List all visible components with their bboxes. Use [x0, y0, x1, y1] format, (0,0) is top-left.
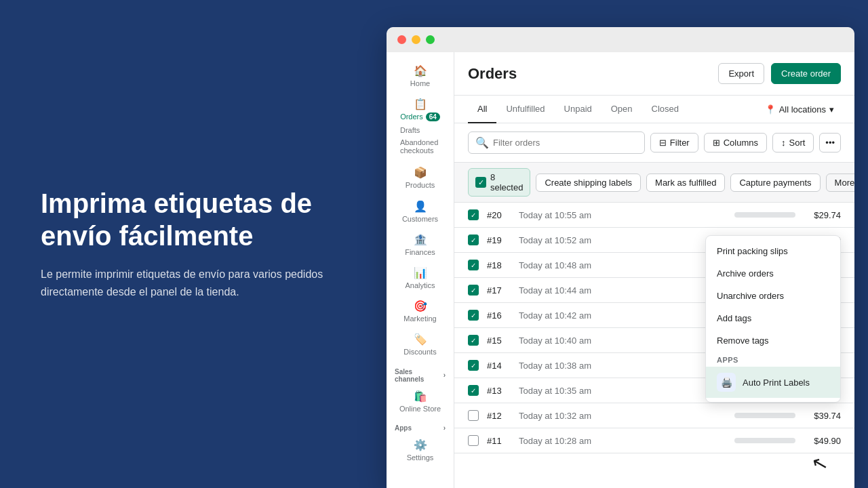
order-checkbox-15[interactable]: [468, 335, 479, 346]
sidebar-sub-abandoned[interactable]: Abandoned checkouts: [395, 136, 451, 157]
sort-label: Sort: [789, 138, 806, 148]
order-time: Today at 10:48 am: [519, 260, 726, 270]
order-checkbox-20[interactable]: [468, 209, 479, 220]
order-number: #13: [487, 386, 511, 396]
tab-unfulfilled[interactable]: Unfulfilled: [496, 96, 554, 123]
tab-all[interactable]: All: [468, 96, 496, 123]
tab-closed[interactable]: Closed: [642, 96, 688, 123]
order-fulfillment-bar: [734, 438, 795, 443]
filter-button[interactable]: ⊟ Filter: [650, 133, 698, 152]
order-number: #11: [487, 436, 511, 446]
more-filters-button[interactable]: •••: [819, 133, 841, 152]
order-checkbox-12[interactable]: [468, 410, 479, 421]
dropdown-item-archive[interactable]: Archive orders: [706, 262, 840, 285]
order-time: Today at 10:28 am: [519, 436, 726, 446]
bulk-checkbox[interactable]: [475, 177, 486, 188]
sidebar-label-settings: Settings: [407, 453, 434, 462]
sidebar-item-marketing[interactable]: 🎯 Marketing: [387, 296, 454, 329]
finances-icon: 🏦: [414, 235, 427, 245]
columns-icon: ⊞: [713, 138, 720, 148]
more-actions-label: More actions: [835, 178, 854, 188]
sidebar-item-finances[interactable]: 🏦 Finances: [387, 229, 454, 262]
capture-payments-button[interactable]: Capture payments: [730, 174, 820, 192]
sidebar-label-home: Home: [410, 79, 430, 88]
main-inner: #20 Today at 10:55 am $29.74 #19 Today a…: [454, 203, 854, 488]
home-icon: 🏠: [414, 66, 427, 77]
order-checkbox-13[interactable]: [468, 385, 479, 396]
order-checkbox-14[interactable]: [468, 360, 479, 371]
page-title: Orders: [468, 65, 517, 83]
mark-fulfilled-button[interactable]: Mark as fulfilled: [646, 174, 725, 192]
sidebar-item-online-store[interactable]: 🛍️ Online Store: [387, 386, 454, 419]
filter-row: 🔍 ⊟ Filter ⊞ Columns ↕ Sort •••: [454, 123, 854, 163]
dropdown-apps-section-label: APPS: [706, 352, 840, 367]
dropdown-item-print-packing[interactable]: Print packing slips: [706, 240, 840, 262]
create-order-button[interactable]: Create order: [771, 63, 841, 84]
dropdown-item-auto-print-labels[interactable]: 🖨️ Auto Print Labels: [706, 367, 840, 398]
dropdown-item-add-tags[interactable]: Add tags: [706, 307, 840, 329]
table-row[interactable]: #20 Today at 10:55 am $29.74: [454, 203, 854, 228]
apps-label: Apps: [395, 424, 412, 432]
order-time: Today at 10:35 am: [519, 386, 726, 396]
more-actions-button[interactable]: More actions ▾: [826, 174, 854, 192]
order-checkbox-17[interactable]: [468, 285, 479, 296]
search-box[interactable]: 🔍: [468, 131, 645, 154]
table-row[interactable]: #12 Today at 10:32 am $39.74: [454, 403, 854, 428]
order-number: #17: [487, 285, 511, 296]
tab-unpaid[interactable]: Unpaid: [555, 96, 601, 123]
table-row[interactable]: #11 Today at 10:28 am $49.90: [454, 428, 854, 453]
order-amount: $39.74: [804, 411, 841, 421]
chevron-right-icon: ›: [443, 371, 446, 379]
online-store-icon: 🛍️: [414, 391, 427, 402]
sort-button[interactable]: ↕ Sort: [772, 133, 814, 152]
sales-channels-label: Sales channels: [395, 368, 443, 383]
export-button[interactable]: Export: [718, 63, 764, 84]
main-content: Orders Export Create order All Unfulfill…: [454, 52, 854, 488]
settings-icon: ⚙️: [414, 440, 427, 451]
order-checkbox-16[interactable]: [468, 310, 479, 321]
order-number: #18: [487, 260, 511, 270]
order-amount: $29.74: [804, 210, 841, 220]
sidebar-item-customers[interactable]: 👤 Customers: [387, 196, 454, 229]
sidebar-label-analytics: Analytics: [405, 281, 435, 290]
sidebar-item-settings[interactable]: ⚙️ Settings: [387, 434, 454, 468]
sidebar-item-products[interactable]: 📦 Products: [387, 162, 454, 195]
order-number: #20: [487, 210, 511, 220]
more-actions-dropdown: Print packing slips Archive orders Unarc…: [705, 235, 841, 403]
order-fulfillment-bar: [734, 413, 795, 418]
order-checkbox-19[interactable]: [468, 235, 479, 245]
search-input[interactable]: [493, 138, 637, 148]
selection-bar: 8 selected Create shipping labels Mark a…: [454, 163, 854, 203]
sidebar-label-marketing: Marketing: [403, 314, 436, 323]
maximize-button[interactable]: [426, 35, 435, 44]
sales-channels-section[interactable]: Sales channels ›: [387, 363, 454, 386]
tab-open[interactable]: Open: [601, 96, 642, 123]
sidebar-item-orders[interactable]: 📋 Orders 64 Drafts Abandoned checkouts: [387, 94, 454, 162]
orders-badge: 64: [426, 113, 440, 121]
order-checkbox-18[interactable]: [468, 260, 479, 270]
apps-section[interactable]: Apps ›: [387, 419, 454, 434]
close-button[interactable]: [397, 35, 406, 44]
create-shipping-labels-button[interactable]: Create shipping labels: [536, 174, 641, 192]
order-number: #15: [487, 336, 511, 346]
order-time: Today at 10:44 am: [519, 285, 726, 296]
sidebar-item-analytics[interactable]: 📊 Analytics: [387, 262, 454, 296]
sidebar-item-home[interactable]: 🏠 Home: [387, 60, 454, 94]
minimize-button[interactable]: [412, 35, 420, 44]
sidebar-item-discounts[interactable]: 🏷️ Discounts: [387, 329, 454, 362]
hero-heading: Imprima etiquetas de envío fácilmente: [41, 187, 346, 252]
sidebar: 🏠 Home 📋 Orders 64 Drafts Abandoned chec…: [387, 52, 454, 488]
left-panel: Imprima etiquetas de envío fácilmente Le…: [0, 0, 387, 488]
sidebar-label-products: Products: [406, 181, 435, 190]
location-filter-button[interactable]: 📍 All locations ▾: [758, 100, 841, 119]
dropdown-item-unarchive[interactable]: Unarchive orders: [706, 285, 840, 307]
dropdown-item-remove-tags[interactable]: Remove tags: [706, 329, 840, 352]
order-time: Today at 10:42 am: [519, 310, 726, 321]
columns-button[interactable]: ⊞ Columns: [704, 133, 767, 152]
order-number: #12: [487, 411, 511, 421]
order-time: Today at 10:32 am: [519, 411, 726, 421]
analytics-icon: 📊: [414, 268, 427, 279]
order-checkbox-11[interactable]: [468, 435, 479, 446]
selected-indicator: 8 selected: [468, 168, 530, 197]
sidebar-sub-drafts[interactable]: Drafts: [395, 124, 451, 136]
